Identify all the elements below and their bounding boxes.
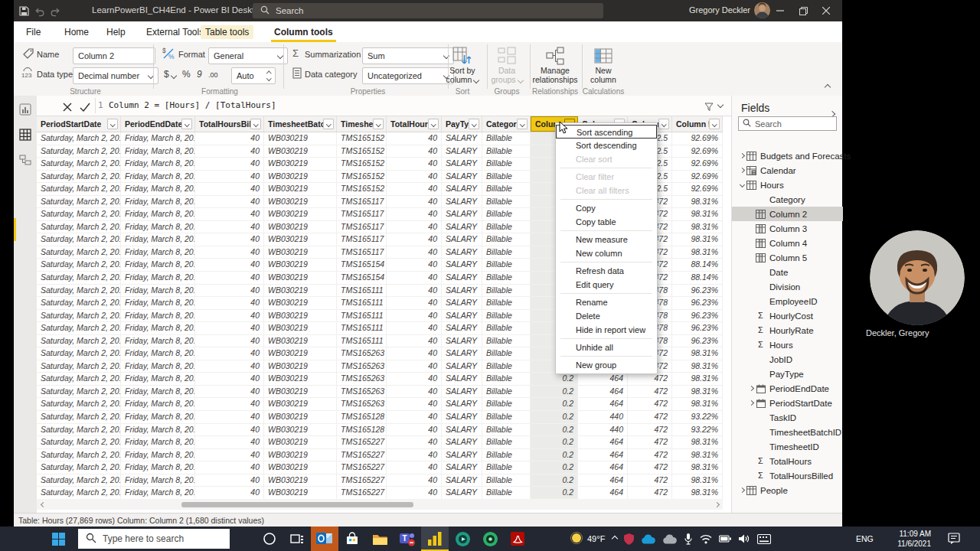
minimize-button[interactable] — [769, 0, 792, 21]
table-cell[interactable]: 464 — [578, 373, 628, 385]
table-cell[interactable]: Friday, March 8, 2019 — [121, 171, 195, 183]
taskbar-search-box[interactable]: Type here to search — [78, 529, 230, 549]
table-cell[interactable]: 98.31% — [672, 386, 723, 398]
table-cell[interactable]: WB030219 — [264, 347, 337, 360]
table-cell[interactable]: Saturday, March 2, 2019 — [37, 449, 121, 461]
table-cell[interactable]: 40 — [387, 208, 442, 220]
table-cell[interactable]: SALARY — [442, 449, 482, 461]
table-cell[interactable]: TMS165154 — [337, 259, 387, 271]
table-cell[interactable]: 88.14% — [672, 259, 723, 271]
sort-by-column-button[interactable]: Sort by column — [441, 44, 484, 84]
undo-icon[interactable] — [34, 6, 44, 20]
table-cell[interactable]: SALARY — [442, 259, 482, 271]
table-cell[interactable]: 40 — [387, 196, 442, 208]
table-cell[interactable]: 0.2 — [531, 461, 578, 474]
table-cell[interactable]: TMS165111 — [337, 297, 387, 309]
table-cell[interactable]: 40 — [195, 233, 264, 246]
outlook-icon[interactable] — [311, 527, 338, 551]
table-cell[interactable]: SALARY — [442, 398, 482, 410]
table-cell[interactable]: 40 — [387, 449, 442, 461]
table-cell[interactable]: TMS165227 — [337, 436, 387, 448]
table-cell[interactable]: 40 — [195, 208, 264, 220]
field-item-hourlycost[interactable]: ΣHourlyCost — [732, 308, 843, 323]
table-cell[interactable]: Friday, March 8, 2019 — [121, 196, 195, 208]
table-cell[interactable]: 472 — [628, 398, 672, 410]
table-cell[interactable]: TMS165152 — [337, 132, 387, 145]
user-avatar[interactable] — [754, 2, 770, 18]
table-cell[interactable]: SALARY — [442, 461, 482, 474]
menu-item-refresh-data[interactable]: Refresh data — [556, 264, 657, 278]
column-header-paytype[interactable]: PayType — [442, 116, 482, 132]
table-cell[interactable]: 98.31% — [672, 196, 723, 208]
field-item-periodenddate[interactable]: PeriodEndDate — [732, 381, 843, 396]
table-cell[interactable]: 40 — [195, 310, 264, 322]
menu-external-tools[interactable]: External Tools — [142, 25, 208, 39]
table-cell[interactable]: 40 — [195, 196, 264, 208]
field-item-hours[interactable]: ΣHours — [732, 337, 843, 352]
table-cell[interactable]: 40 — [195, 474, 264, 487]
table-cell[interactable]: 0.2 — [531, 411, 578, 423]
column-header-timesheetbatchid[interactable]: TimesheetBatchID — [264, 116, 337, 132]
cortana-icon[interactable] — [256, 527, 283, 551]
table-cell[interactable]: 40 — [195, 398, 264, 410]
filter-button[interactable] — [709, 119, 720, 129]
field-item-jobid[interactable]: JobID — [732, 352, 843, 367]
table-cell[interactable]: WB030219 — [264, 171, 337, 183]
field-item-column-5[interactable]: Column 5 — [732, 250, 843, 265]
table-cell[interactable]: 40 — [387, 436, 442, 448]
menu-item-sort-descending[interactable]: Sort descending — [556, 139, 657, 152]
field-item-taskid[interactable]: TaskID — [732, 410, 843, 425]
table-cell[interactable]: WB030219 — [264, 335, 337, 347]
camtasia-icon[interactable] — [449, 527, 476, 551]
table-cell[interactable]: 472 — [628, 461, 672, 474]
table-cell[interactable]: 96.23% — [672, 322, 723, 334]
filter-button[interactable] — [658, 119, 669, 129]
table-cell[interactable]: Saturday, March 2, 2019 — [37, 411, 121, 423]
table-cell[interactable]: 40 — [387, 424, 442, 436]
table-cell[interactable]: Friday, March 8, 2019 — [121, 347, 195, 360]
table-cell[interactable]: 40 — [195, 158, 264, 170]
table-cell[interactable]: Friday, March 8, 2019 — [121, 386, 195, 398]
table-cell[interactable]: SALARY — [442, 233, 482, 246]
field-item-division[interactable]: Division — [732, 279, 843, 294]
table-cell[interactable]: SALARY — [442, 347, 482, 360]
table-cell[interactable]: Billable — [482, 386, 531, 398]
table-cell[interactable]: 464 — [578, 386, 628, 398]
table-cell[interactable]: Billable — [482, 297, 531, 309]
table-cell[interactable]: TMS165117 — [337, 246, 387, 259]
table-cell[interactable]: 96.23% — [672, 310, 723, 322]
redo-icon[interactable] — [51, 6, 61, 20]
adobe-reader-icon[interactable] — [504, 527, 531, 551]
table-cell[interactable]: Billable — [482, 487, 531, 499]
table-cell[interactable]: 40 — [387, 347, 442, 360]
table-cell[interactable]: WB030219 — [264, 398, 337, 410]
volume-icon[interactable] — [738, 533, 750, 544]
table-cell[interactable]: WB030219 — [264, 487, 337, 499]
table-cell[interactable]: Billable — [482, 360, 531, 373]
manage-relationships-button[interactable]: Manage relationships — [531, 44, 579, 84]
table-cell[interactable]: 40 — [387, 398, 442, 410]
table-cell[interactable]: Saturday, March 2, 2019 — [37, 335, 121, 347]
table-cell[interactable]: Saturday, March 2, 2019 — [37, 310, 121, 322]
table-cell[interactable]: Friday, March 8, 2019 — [121, 335, 195, 347]
table-cell[interactable]: 40 — [387, 246, 442, 259]
table-cell[interactable]: WB030219 — [264, 272, 337, 284]
table-cell[interactable]: 40 — [387, 272, 442, 284]
table-cell[interactable]: 98.31% — [672, 208, 723, 220]
table-cell[interactable]: Saturday, March 2, 2019 — [37, 259, 121, 271]
table-cell[interactable]: Saturday, March 2, 2019 — [37, 297, 121, 309]
table-cell[interactable]: 40 — [195, 322, 264, 334]
commit-formula-icon[interactable] — [80, 101, 90, 115]
table-cell[interactable]: 98.31% — [672, 221, 723, 233]
table-cell[interactable]: 40 — [195, 360, 264, 373]
table-cell[interactable]: Friday, March 8, 2019 — [121, 233, 195, 246]
table-cell[interactable]: 40 — [387, 285, 442, 297]
table-cell[interactable]: 98.31% — [672, 360, 723, 373]
field-item-column-2[interactable]: Column 2 — [732, 207, 843, 221]
table-cell[interactable]: WB030219 — [264, 449, 337, 461]
table-cell[interactable]: 40 — [195, 335, 264, 347]
menu-item-hide-in-report-view[interactable]: Hide in report view — [556, 323, 657, 337]
table-cell[interactable]: Friday, March 8, 2019 — [121, 487, 195, 499]
table-cell[interactable]: 98.31% — [672, 373, 723, 385]
table-cell[interactable]: 98.31% — [672, 436, 723, 448]
